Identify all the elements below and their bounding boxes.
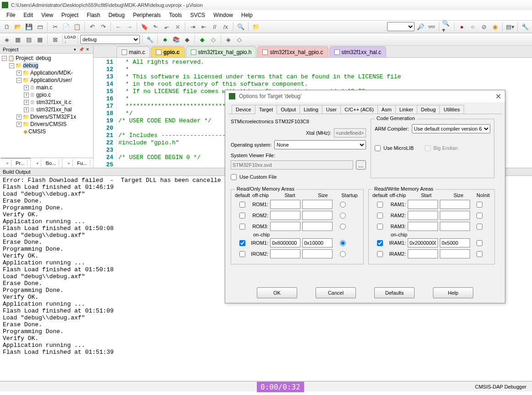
folder-icon[interactable]: 📁 (251, 22, 261, 32)
mem-startup-radio[interactable] (340, 251, 346, 257)
mem-start-input[interactable] (270, 211, 300, 220)
compiler-select[interactable]: Use default compiler version 6 (412, 124, 490, 133)
breakpoint-icon[interactable]: ● (457, 22, 467, 32)
editor-tab[interactable]: stm32f1xx_hal.c (329, 46, 387, 57)
bookmark-next-icon[interactable]: ⬐ (161, 22, 172, 32)
mem-default-checkbox[interactable] (377, 240, 383, 246)
tree-node[interactable]: +🗎 stm32f1xx_hal (0, 106, 93, 113)
mem-start-input[interactable] (270, 200, 300, 209)
menu-peripherals[interactable]: Peripherals (129, 11, 165, 19)
dialog-ok-button[interactable]: OK (257, 287, 297, 298)
mem-start-input[interactable] (408, 238, 438, 247)
editor-tab[interactable]: stm32f1xx_hal_gpio.h (186, 46, 257, 57)
dialog-help-button[interactable]: Help (433, 287, 473, 298)
editor-tab[interactable]: gpio.c (151, 46, 184, 57)
bookmark-icon[interactable]: 🔖 (139, 22, 150, 32)
mem-default-checkbox[interactable] (239, 224, 245, 230)
mem-size-input[interactable] (302, 222, 332, 231)
mem-size-input[interactable] (440, 238, 470, 247)
dialog-cancel-button[interactable]: Cancel (316, 287, 356, 298)
dialog-tab-user[interactable]: User (322, 105, 341, 114)
menu-edit[interactable]: Edit (20, 11, 37, 19)
menu-debug[interactable]: Debug (105, 11, 128, 19)
file-ext-books-icon[interactable]: 📚 (171, 34, 181, 44)
comment-icon[interactable]: // (210, 22, 220, 32)
dialog-tab-output[interactable]: Output (277, 105, 300, 114)
save-icon[interactable]: 💾 (24, 22, 34, 32)
dialog-tab-debug[interactable]: Debug (417, 105, 440, 114)
mem-start-input[interactable] (270, 249, 300, 258)
build-icon[interactable]: ▦ (13, 34, 23, 44)
cut-icon[interactable]: ✂ (50, 22, 60, 32)
mem-noinit-checkbox[interactable] (477, 202, 482, 208)
mem-size-input[interactable] (302, 211, 332, 220)
dialog-defaults-button[interactable]: Defaults (374, 287, 415, 298)
tree-node[interactable]: +📁 Drivers/STM32F1x (0, 113, 93, 121)
dialog-tab-device[interactable]: Device (232, 105, 255, 114)
menu-window[interactable]: Window (210, 11, 237, 19)
nav-fwd-icon[interactable]: → (124, 22, 134, 32)
tree-node[interactable]: +📁 Drivers/CMSIS (0, 121, 93, 128)
mem-default-checkbox[interactable] (239, 240, 245, 246)
mem-start-input[interactable] (408, 249, 438, 258)
open-file-icon[interactable]: 📂 (13, 22, 23, 32)
menu-file[interactable]: File (3, 11, 19, 19)
mem-default-checkbox[interactable] (377, 213, 383, 219)
editor-tab[interactable]: main.c (116, 46, 150, 57)
download-icon[interactable]: LOAD↓ (65, 34, 75, 44)
mem-size-input[interactable] (302, 249, 332, 258)
project-tab[interactable]: ▫Fu... (62, 159, 94, 168)
pin-icon[interactable]: 📌 (78, 47, 84, 52)
microlib-checkbox[interactable] (375, 145, 381, 151)
dialog-tab-target[interactable]: Target (255, 105, 277, 114)
panel-menu-icon[interactable]: ▾ (72, 47, 78, 52)
uncomment-icon[interactable]: /x (221, 22, 231, 32)
mem-startup-radio[interactable] (340, 224, 346, 230)
bookmark-prev-icon[interactable]: ⬑ (150, 22, 161, 32)
bp-enable-icon[interactable]: ◉ (490, 22, 500, 32)
outdent-icon[interactable]: ⇤ (199, 22, 209, 32)
tree-node[interactable]: +🗎 stm32f1xx_it.c (0, 99, 93, 106)
mem-size-input[interactable] (440, 249, 470, 258)
rebuild-icon[interactable]: ▨ (24, 34, 34, 44)
configure-icon[interactable]: 🔧 (520, 22, 530, 32)
mem-noinit-checkbox[interactable] (477, 251, 482, 257)
manage-rte-icon[interactable]: ◆ (182, 34, 192, 44)
new-file-icon[interactable]: 🗋 (2, 22, 12, 32)
mem-startup-radio[interactable] (340, 240, 346, 246)
mem-size-input[interactable] (440, 222, 470, 231)
editor-tab[interactable]: stm32f1xx_hal_gpio.c (257, 46, 328, 57)
dialog-tab-utilities[interactable]: Utilities (439, 105, 464, 114)
tree-node[interactable]: −📁 Application/User/ (0, 77, 93, 84)
menu-view[interactable]: View (38, 11, 57, 19)
stop-build-icon[interactable]: ⊠ (50, 34, 60, 44)
manage-project-icon[interactable]: ♣ (160, 34, 170, 44)
incremental-find-icon[interactable]: 👓 (427, 22, 437, 32)
project-tab[interactable]: ▫Pr... (1, 158, 31, 168)
dialog-tab-listing[interactable]: Listing (299, 105, 322, 114)
os-select[interactable]: None (274, 140, 366, 149)
svf-browse-button[interactable]: ... (356, 160, 366, 170)
target-select[interactable]: debug (80, 35, 140, 44)
dialog-tab-linker[interactable]: Linker (395, 105, 417, 114)
indent-icon[interactable]: ⇥ (188, 22, 198, 32)
mem-size-input[interactable] (302, 200, 332, 209)
copy-icon[interactable]: 📄 (61, 22, 71, 32)
mem-default-checkbox[interactable] (377, 202, 383, 208)
menu-project[interactable]: Project (58, 11, 82, 19)
bp-disable-icon[interactable]: ○ (468, 22, 478, 32)
mem-default-checkbox[interactable] (239, 202, 245, 208)
mem-noinit-checkbox[interactable] (477, 224, 482, 230)
menu-flash[interactable]: Flash (83, 11, 104, 19)
custom-file-checkbox[interactable] (231, 174, 237, 180)
mem-size-input[interactable] (440, 211, 470, 220)
pack-install-icon[interactable]: ◆ (197, 34, 207, 44)
menu-svcs[interactable]: SVCS (187, 11, 209, 19)
window-layout-icon[interactable]: ▤▾ (505, 22, 515, 32)
mem-start-input[interactable] (270, 238, 300, 247)
batch-build-icon[interactable]: ▩ (35, 34, 45, 44)
dialog-tab-ccac[interactable]: C/C++ (AC6) (340, 105, 378, 114)
save-all-icon[interactable]: 🗃 (35, 22, 45, 32)
mem-default-checkbox[interactable] (377, 224, 383, 230)
bp-kill-icon[interactable]: ⊘ (479, 22, 489, 32)
